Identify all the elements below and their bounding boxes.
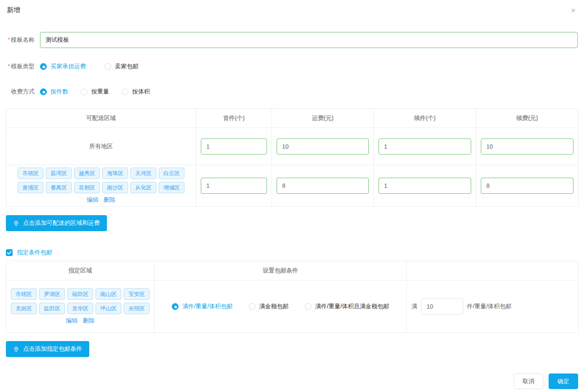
additional-qty-input[interactable] bbox=[379, 139, 471, 155]
region-tag: 花都区 bbox=[74, 182, 100, 193]
col-header-shipping-fee: 运费(元) bbox=[272, 109, 374, 128]
region-tag: 越秀区 bbox=[74, 168, 100, 179]
add-template-dialog: 新增 × *模板名称 *模板类型 买家承担运费 卖家包邮 收费方式 按件数 bbox=[0, 0, 584, 357]
radio-amount-free[interactable]: 满金额包邮 bbox=[249, 303, 289, 310]
radio-label: 满件/重量/体积且满金额包邮 bbox=[315, 303, 389, 310]
shipping-fee-input[interactable] bbox=[277, 178, 369, 194]
region-tag: 龙华区 bbox=[67, 303, 93, 314]
first-qty-input[interactable] bbox=[201, 178, 267, 194]
region-tag: 荔湾区 bbox=[46, 168, 72, 179]
additional-fee-input[interactable] bbox=[481, 139, 573, 155]
shipping-fee-table: 可配送区域 首件(个) 运费(元) 续件(个) 续费(元) 所有地区 市辖区 荔… bbox=[6, 108, 579, 207]
region-tag: 黄埔区 bbox=[18, 182, 43, 193]
radio-unselected-icon bbox=[104, 63, 111, 70]
table-header-row: 指定区域 设置包邮条件 bbox=[6, 261, 579, 280]
additional-fee-input[interactable] bbox=[481, 178, 573, 194]
template-name-label-text: 模板名称 bbox=[11, 36, 35, 43]
conditional-free-shipping-label: 指定条件包邮 bbox=[17, 249, 52, 256]
checkbox-checked-icon[interactable] bbox=[6, 249, 13, 256]
add-free-shipping-condition-button[interactable]: 点击添加指定包邮条件 bbox=[6, 341, 89, 357]
radio-qty-and-amount-free[interactable]: 满件/重量/体积且满金额包邮 bbox=[305, 303, 389, 310]
first-qty-input[interactable] bbox=[201, 139, 267, 155]
radio-label: 满金额包邮 bbox=[259, 303, 289, 310]
radio-label: 按体积 bbox=[132, 88, 150, 96]
region-tag: 白云区 bbox=[159, 168, 184, 179]
radio-label: 按件数 bbox=[51, 88, 68, 96]
region-tag: 宝安区 bbox=[124, 288, 149, 300]
dialog-footer: 取消 确定 bbox=[514, 373, 578, 389]
table-row: 市辖区 罗湖区 福田区 南山区 宝安区 龙岗区 盐田区 龙华区 坪山区 光明区 … bbox=[6, 280, 579, 333]
col-header-additional-qty: 续件(个) bbox=[374, 109, 476, 128]
add-region-fee-button-label: 点击添加可配送的区域和运费 bbox=[23, 219, 100, 227]
region-tag-list: 市辖区 罗湖区 福田区 南山区 宝安区 龙岗区 盐田区 龙华区 坪山区 光明区 … bbox=[6, 286, 154, 327]
template-type-label: *模板类型 bbox=[6, 63, 35, 70]
cancel-button[interactable]: 取消 bbox=[514, 373, 543, 389]
dialog-header: 新增 × bbox=[0, 0, 584, 15]
region-tag: 增城区 bbox=[159, 182, 184, 193]
radio-qty-weight-volume-free[interactable]: 满件/重量/体积包邮 bbox=[172, 303, 233, 310]
region-tag: 天河区 bbox=[131, 168, 156, 179]
template-type-label-text: 模板类型 bbox=[11, 63, 35, 69]
add-region-fee-button[interactable]: 点击添加可配送的区域和运费 bbox=[6, 215, 107, 231]
template-name-row: *模板名称 bbox=[6, 32, 578, 48]
region-tag: 市辖区 bbox=[18, 168, 43, 179]
dialog-title: 新增 bbox=[7, 5, 20, 15]
region-tag-list: 市辖区 荔湾区 越秀区 海珠区 天河区 白云区 黄埔区 番禺区 花都区 南沙区 … bbox=[6, 165, 196, 206]
add-free-shipping-condition-button-label: 点击添加指定包邮条件 bbox=[23, 345, 82, 353]
template-type-row: *模板类型 买家承担运费 卖家包邮 bbox=[6, 63, 578, 70]
required-asterisk: * bbox=[8, 36, 10, 43]
edit-link[interactable]: 编辑 bbox=[87, 196, 99, 204]
radio-by-volume[interactable]: 按体积 bbox=[122, 88, 150, 96]
col-header-specified-region: 指定区域 bbox=[6, 261, 155, 280]
table-header-row: 可配送区域 首件(个) 运费(元) 续件(个) 续费(元) bbox=[6, 109, 579, 128]
radio-unselected-icon bbox=[122, 88, 128, 95]
shipping-fee-input[interactable] bbox=[277, 139, 369, 155]
confirm-button[interactable]: 确定 bbox=[549, 373, 578, 389]
threshold-cell: 满 件/重量/体积包邮 bbox=[407, 298, 578, 315]
radio-by-piece[interactable]: 按件数 bbox=[40, 88, 68, 96]
radio-label: 按重量 bbox=[91, 88, 109, 96]
delete-link[interactable]: 删除 bbox=[83, 317, 95, 325]
col-header-condition-setting: 设置包邮条件 bbox=[155, 261, 407, 280]
template-name-input[interactable] bbox=[40, 32, 578, 48]
radio-seller-free-shipping[interactable]: 卖家包邮 bbox=[104, 63, 139, 70]
radio-selected-icon bbox=[40, 88, 47, 95]
region-tag: 从化区 bbox=[131, 182, 156, 193]
col-header-empty bbox=[407, 261, 579, 280]
delete-link[interactable]: 删除 bbox=[104, 196, 115, 204]
radio-by-weight[interactable]: 按重量 bbox=[81, 88, 109, 96]
charge-method-radio-group: 按件数 按重量 按体积 bbox=[40, 88, 163, 96]
condition-radio-group: 满件/重量/体积包邮 满金额包邮 满件/重量/体积且满金额包邮 bbox=[155, 303, 406, 310]
region-tag: 光明区 bbox=[124, 303, 149, 314]
region-tag: 龙岗区 bbox=[11, 303, 37, 314]
region-tag: 罗湖区 bbox=[39, 288, 65, 300]
close-icon[interactable]: × bbox=[569, 5, 577, 15]
col-header-first-qty: 首件(个) bbox=[196, 109, 272, 128]
col-header-delivery-region: 可配送区域 bbox=[6, 109, 196, 128]
region-tag: 海珠区 bbox=[102, 168, 128, 179]
additional-qty-input[interactable] bbox=[379, 178, 471, 194]
radio-label: 满件/重量/体积包邮 bbox=[182, 303, 233, 310]
radio-unselected-icon bbox=[249, 303, 256, 310]
free-shipping-condition-table: 指定区域 设置包邮条件 市辖区 罗湖区 福田区 南山区 宝安区 龙岗区 盐田区 … bbox=[6, 261, 579, 333]
radio-label: 卖家包邮 bbox=[115, 63, 139, 70]
radio-buyer-pays-shipping[interactable]: 买家承担运费 bbox=[40, 63, 86, 70]
region-all-areas: 所有地区 bbox=[89, 143, 113, 149]
radio-unselected-icon bbox=[81, 88, 88, 95]
region-tag: 福田区 bbox=[67, 288, 93, 300]
threshold-prefix: 满 bbox=[411, 303, 417, 310]
radio-selected-icon bbox=[40, 63, 47, 70]
required-asterisk: * bbox=[8, 63, 10, 69]
conditional-free-shipping-checkbox-row[interactable]: 指定条件包邮 bbox=[6, 249, 584, 256]
edit-link[interactable]: 编辑 bbox=[66, 317, 78, 325]
threshold-value-input[interactable] bbox=[421, 298, 463, 315]
table-row: 所有地区 bbox=[6, 128, 579, 165]
charge-method-label: 收费方式 bbox=[6, 88, 35, 96]
template-type-radio-group: 买家承担运费 卖家包邮 bbox=[40, 63, 157, 70]
region-tag: 坪山区 bbox=[96, 303, 121, 314]
location-pin-icon bbox=[13, 220, 19, 227]
radio-unselected-icon bbox=[305, 303, 312, 310]
region-tag: 南山区 bbox=[96, 288, 121, 300]
threshold-suffix: 件/重量/体积包邮 bbox=[467, 303, 512, 310]
region-tag: 番禺区 bbox=[46, 182, 72, 193]
